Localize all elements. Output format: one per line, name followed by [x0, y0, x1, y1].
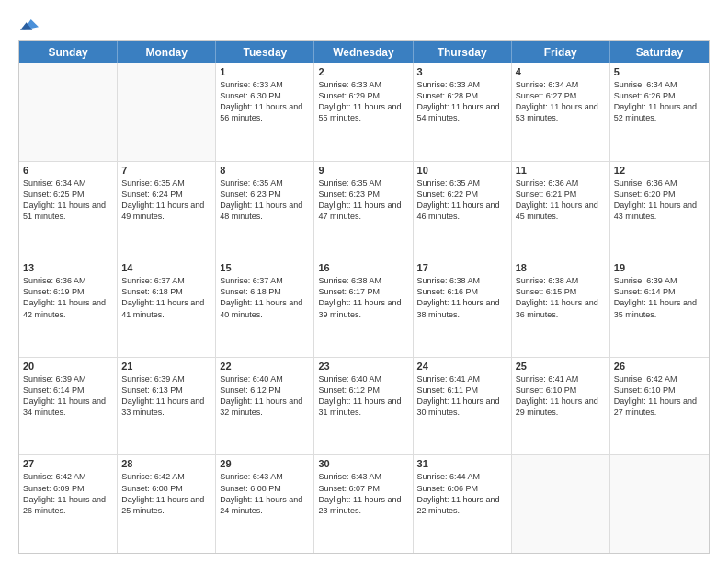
day-number: 18 — [516, 262, 606, 273]
day-number: 13 — [23, 262, 113, 273]
day-info: Sunrise: 6:40 AM Sunset: 6:12 PM Dayligh… — [220, 373, 310, 419]
table-row: 19Sunrise: 6:39 AM Sunset: 6:14 PM Dayli… — [610, 259, 709, 357]
day-number: 2 — [318, 66, 408, 77]
calendar-row-4: 20Sunrise: 6:39 AM Sunset: 6:14 PM Dayli… — [19, 358, 709, 456]
day-number: 5 — [614, 66, 705, 77]
table-row: 8Sunrise: 6:35 AM Sunset: 6:23 PM Daylig… — [216, 162, 314, 259]
table-row: 22Sunrise: 6:40 AM Sunset: 6:12 PM Dayli… — [216, 358, 314, 455]
calendar-row-2: 6Sunrise: 6:34 AM Sunset: 6:25 PM Daylig… — [19, 162, 709, 260]
header-sunday: Sunday — [19, 41, 118, 63]
day-number: 29 — [220, 458, 310, 469]
day-number: 20 — [23, 361, 113, 372]
day-info: Sunrise: 6:37 AM Sunset: 6:18 PM Dayligh… — [121, 275, 211, 320]
day-info: Sunrise: 6:43 AM Sunset: 6:07 PM Dayligh… — [318, 471, 408, 516]
table-row — [19, 63, 118, 161]
table-row: 30Sunrise: 6:43 AM Sunset: 6:07 PM Dayli… — [314, 455, 413, 553]
day-info: Sunrise: 6:33 AM Sunset: 6:28 PM Dayligh… — [417, 79, 507, 124]
table-row: 12Sunrise: 6:36 AM Sunset: 6:20 PM Dayli… — [610, 162, 709, 259]
day-number: 11 — [516, 165, 606, 176]
day-number: 16 — [318, 262, 408, 273]
table-row: 16Sunrise: 6:38 AM Sunset: 6:17 PM Dayli… — [314, 259, 413, 357]
day-info: Sunrise: 6:39 AM Sunset: 6:14 PM Dayligh… — [23, 373, 113, 419]
day-number: 17 — [417, 262, 507, 273]
table-row — [512, 455, 610, 553]
day-info: Sunrise: 6:34 AM Sunset: 6:26 PM Dayligh… — [614, 79, 705, 124]
day-info: Sunrise: 6:38 AM Sunset: 6:15 PM Dayligh… — [516, 275, 606, 320]
table-row: 5Sunrise: 6:34 AM Sunset: 6:26 PM Daylig… — [610, 63, 709, 161]
logo — [18, 15, 39, 33]
table-row: 28Sunrise: 6:42 AM Sunset: 6:08 PM Dayli… — [118, 455, 216, 553]
table-row: 10Sunrise: 6:35 AM Sunset: 6:22 PM Dayli… — [414, 162, 512, 259]
day-number: 1 — [220, 66, 310, 77]
page: Sunday Monday Tuesday Wednesday Thursday… — [0, 0, 728, 563]
day-number: 19 — [614, 262, 705, 273]
day-info: Sunrise: 6:42 AM Sunset: 6:08 PM Dayligh… — [121, 471, 211, 516]
table-row: 6Sunrise: 6:34 AM Sunset: 6:25 PM Daylig… — [19, 162, 118, 259]
day-info: Sunrise: 6:36 AM Sunset: 6:19 PM Dayligh… — [23, 275, 113, 320]
table-row: 4Sunrise: 6:34 AM Sunset: 6:27 PM Daylig… — [512, 63, 610, 161]
table-row: 20Sunrise: 6:39 AM Sunset: 6:14 PM Dayli… — [19, 358, 118, 455]
day-number: 21 — [121, 361, 211, 372]
day-info: Sunrise: 6:36 AM Sunset: 6:20 PM Dayligh… — [614, 178, 705, 223]
header — [18, 15, 710, 33]
day-number: 25 — [516, 361, 606, 372]
day-info: Sunrise: 6:41 AM Sunset: 6:10 PM Dayligh… — [516, 373, 606, 419]
header-thursday: Thursday — [414, 41, 512, 63]
table-row: 7Sunrise: 6:35 AM Sunset: 6:24 PM Daylig… — [118, 162, 216, 259]
day-info: Sunrise: 6:42 AM Sunset: 6:10 PM Dayligh… — [614, 373, 705, 419]
table-row: 11Sunrise: 6:36 AM Sunset: 6:21 PM Dayli… — [512, 162, 610, 259]
day-number: 30 — [318, 458, 408, 469]
day-number: 15 — [220, 262, 310, 273]
table-row: 31Sunrise: 6:44 AM Sunset: 6:06 PM Dayli… — [414, 455, 512, 553]
table-row: 14Sunrise: 6:37 AM Sunset: 6:18 PM Dayli… — [118, 259, 216, 357]
calendar-row-1: 1Sunrise: 6:33 AM Sunset: 6:30 PM Daylig… — [19, 63, 709, 162]
day-info: Sunrise: 6:35 AM Sunset: 6:23 PM Dayligh… — [220, 178, 310, 223]
day-info: Sunrise: 6:33 AM Sunset: 6:30 PM Dayligh… — [220, 79, 310, 124]
day-number: 27 — [23, 458, 113, 469]
calendar-row-5: 27Sunrise: 6:42 AM Sunset: 6:09 PM Dayli… — [19, 455, 709, 553]
table-row: 17Sunrise: 6:38 AM Sunset: 6:16 PM Dayli… — [414, 259, 512, 357]
day-info: Sunrise: 6:39 AM Sunset: 6:14 PM Dayligh… — [614, 275, 705, 320]
day-info: Sunrise: 6:33 AM Sunset: 6:29 PM Dayligh… — [318, 79, 408, 124]
table-row: 25Sunrise: 6:41 AM Sunset: 6:10 PM Dayli… — [512, 358, 610, 455]
calendar-body: 1Sunrise: 6:33 AM Sunset: 6:30 PM Daylig… — [19, 63, 709, 553]
header-tuesday: Tuesday — [216, 41, 314, 63]
table-row: 2Sunrise: 6:33 AM Sunset: 6:29 PM Daylig… — [314, 63, 413, 161]
day-number: 8 — [220, 165, 310, 176]
day-info: Sunrise: 6:41 AM Sunset: 6:11 PM Dayligh… — [417, 373, 507, 419]
day-info: Sunrise: 6:42 AM Sunset: 6:09 PM Dayligh… — [23, 471, 113, 516]
table-row: 21Sunrise: 6:39 AM Sunset: 6:13 PM Dayli… — [118, 358, 216, 455]
table-row: 13Sunrise: 6:36 AM Sunset: 6:19 PM Dayli… — [19, 259, 118, 357]
table-row: 26Sunrise: 6:42 AM Sunset: 6:10 PM Dayli… — [610, 358, 709, 455]
table-row: 3Sunrise: 6:33 AM Sunset: 6:28 PM Daylig… — [414, 63, 512, 161]
day-info: Sunrise: 6:35 AM Sunset: 6:22 PM Dayligh… — [417, 178, 507, 223]
day-info: Sunrise: 6:34 AM Sunset: 6:27 PM Dayligh… — [516, 79, 606, 124]
day-info: Sunrise: 6:34 AM Sunset: 6:25 PM Dayligh… — [23, 178, 113, 223]
day-info: Sunrise: 6:43 AM Sunset: 6:08 PM Dayligh… — [220, 471, 310, 516]
logo-icon — [20, 15, 39, 33]
day-info: Sunrise: 6:37 AM Sunset: 6:18 PM Dayligh… — [220, 275, 310, 320]
day-info: Sunrise: 6:35 AM Sunset: 6:24 PM Dayligh… — [121, 178, 211, 223]
calendar: Sunday Monday Tuesday Wednesday Thursday… — [18, 40, 710, 554]
day-number: 7 — [121, 165, 211, 176]
table-row — [118, 63, 216, 161]
day-number: 4 — [516, 66, 606, 77]
day-info: Sunrise: 6:44 AM Sunset: 6:06 PM Dayligh… — [417, 471, 507, 516]
table-row — [610, 455, 709, 553]
day-number: 6 — [23, 165, 113, 176]
day-info: Sunrise: 6:38 AM Sunset: 6:16 PM Dayligh… — [417, 275, 507, 320]
day-number: 24 — [417, 361, 507, 372]
table-row: 1Sunrise: 6:33 AM Sunset: 6:30 PM Daylig… — [216, 63, 314, 161]
table-row: 23Sunrise: 6:40 AM Sunset: 6:12 PM Dayli… — [314, 358, 413, 455]
calendar-row-3: 13Sunrise: 6:36 AM Sunset: 6:19 PM Dayli… — [19, 259, 709, 358]
table-row: 18Sunrise: 6:38 AM Sunset: 6:15 PM Dayli… — [512, 259, 610, 357]
table-row: 24Sunrise: 6:41 AM Sunset: 6:11 PM Dayli… — [414, 358, 512, 455]
header-wednesday: Wednesday — [314, 41, 413, 63]
day-number: 28 — [121, 458, 211, 469]
day-number: 22 — [220, 361, 310, 372]
table-row: 15Sunrise: 6:37 AM Sunset: 6:18 PM Dayli… — [216, 259, 314, 357]
day-info: Sunrise: 6:36 AM Sunset: 6:21 PM Dayligh… — [516, 178, 606, 223]
day-number: 23 — [318, 361, 408, 372]
header-monday: Monday — [118, 41, 216, 63]
table-row: 9Sunrise: 6:35 AM Sunset: 6:23 PM Daylig… — [314, 162, 413, 259]
